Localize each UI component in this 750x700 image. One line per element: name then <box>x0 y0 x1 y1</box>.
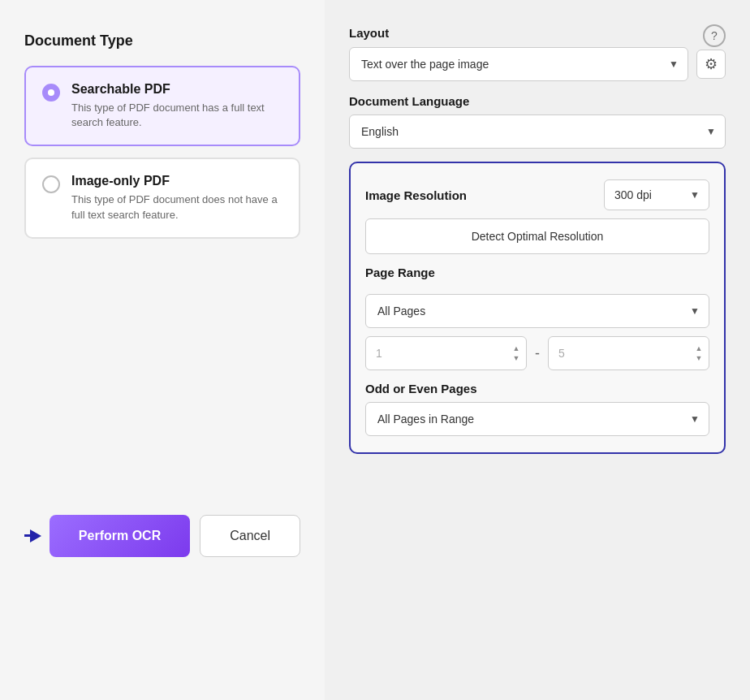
language-dropdown-wrapper: English French German Spanish ▼ <box>349 115 726 149</box>
help-icon[interactable]: ? <box>703 24 726 47</box>
image-only-pdf-title: Image-only PDF <box>71 174 282 188</box>
layout-dropdown-wrapper: Text over the page image Text below the … <box>349 47 688 81</box>
resolution-row: Image Resolution 300 dpi 150 dpi 600 dpi… <box>365 179 709 210</box>
arrow-container <box>24 529 41 542</box>
searchable-pdf-desc: This type of PDF document has a full tex… <box>71 101 282 130</box>
image-only-pdf-text: Image-only PDF This type of PDF document… <box>71 174 282 222</box>
gear-icon: ⚙ <box>705 55 718 73</box>
arrow-line <box>24 534 30 537</box>
odd-even-label: Odd or Even Pages <box>365 382 709 395</box>
page-to-down-arrow[interactable]: ▼ <box>693 354 705 362</box>
page-to-input[interactable] <box>548 336 709 370</box>
page-range-dropdown[interactable]: All Pages Custom Range <box>365 294 709 328</box>
layout-dropdown[interactable]: Text over the page image Text below the … <box>349 47 688 81</box>
searchable-pdf-radio[interactable] <box>42 84 60 102</box>
layout-label: Layout <box>349 26 389 40</box>
bottom-action-row: Perform OCR Cancel <box>24 515 300 557</box>
image-only-pdf-desc: This type of PDF document does not have … <box>71 192 282 222</box>
odd-even-section: Odd or Even Pages All Pages in Range Odd… <box>365 382 709 436</box>
layout-dropdown-row: Text over the page image Text below the … <box>349 47 726 81</box>
resolution-dropdown[interactable]: 300 dpi 150 dpi 600 dpi <box>604 179 709 210</box>
language-dropdown[interactable]: English French German Spanish <box>349 115 726 149</box>
spinners-row: ▲ ▼ - ▲ ▼ <box>365 336 709 370</box>
page-to-wrapper: ▲ ▼ <box>548 336 709 370</box>
page-from-wrapper: ▲ ▼ <box>365 336 527 370</box>
layout-header: Layout ? <box>349 24 726 47</box>
settings-box: Image Resolution 300 dpi 150 dpi 600 dpi… <box>349 162 726 454</box>
left-panel: Document Type Searchable PDF This type o… <box>0 0 325 700</box>
resolution-label: Image Resolution <box>365 188 467 202</box>
page-range-section: Page Range All Pages Custom Range ▼ ▲ ▼ … <box>365 266 709 370</box>
odd-even-dropdown[interactable]: All Pages in Range Odd Pages Only Even P… <box>365 402 709 436</box>
page-range-label: Page Range <box>365 266 709 279</box>
searchable-pdf-title: Searchable PDF <box>71 82 282 97</box>
cancel-button[interactable]: Cancel <box>200 515 300 557</box>
page-range-dash: - <box>535 345 540 362</box>
page-to-up-arrow[interactable]: ▲ <box>693 344 705 352</box>
page-from-up-arrow[interactable]: ▲ <box>511 344 522 352</box>
language-section: Document Language English French German … <box>349 94 726 149</box>
page-range-dropdown-wrapper: All Pages Custom Range ▼ <box>365 294 709 328</box>
perform-ocr-button[interactable]: Perform OCR <box>50 515 190 557</box>
gear-button[interactable]: ⚙ <box>696 50 726 79</box>
searchable-pdf-text: Searchable PDF This type of PDF document… <box>71 82 282 130</box>
page-to-arrows: ▲ ▼ <box>693 344 705 362</box>
right-panel: Layout ? Text over the page image Text b… <box>325 0 750 700</box>
image-only-pdf-card[interactable]: Image-only PDF This type of PDF document… <box>24 158 300 238</box>
page-from-arrows: ▲ ▼ <box>511 344 522 362</box>
arrow-head <box>30 529 41 542</box>
page-from-input[interactable] <box>365 336 527 370</box>
image-only-pdf-radio[interactable] <box>42 175 60 193</box>
layout-section: Layout ? Text over the page image Text b… <box>349 24 726 81</box>
page-from-down-arrow[interactable]: ▼ <box>511 354 522 362</box>
odd-even-dropdown-wrapper: All Pages in Range Odd Pages Only Even P… <box>365 402 709 436</box>
language-label: Document Language <box>349 94 726 108</box>
doc-type-title: Document Type <box>24 32 300 50</box>
detect-resolution-button[interactable]: Detect Optimal Resolution <box>365 218 709 254</box>
image-resolution-section: Image Resolution 300 dpi 150 dpi 600 dpi… <box>365 179 709 254</box>
resolution-dropdown-wrapper: 300 dpi 150 dpi 600 dpi ▼ <box>604 179 709 210</box>
searchable-pdf-card[interactable]: Searchable PDF This type of PDF document… <box>24 66 300 146</box>
